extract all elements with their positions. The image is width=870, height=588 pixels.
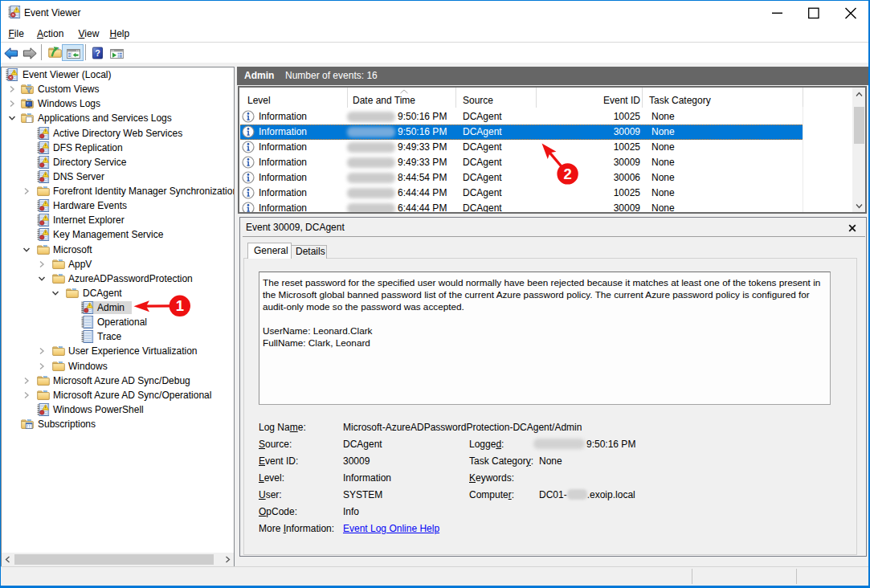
svg-text:?: ? xyxy=(95,48,100,58)
svg-text:1: 1 xyxy=(176,297,184,314)
svg-text:2: 2 xyxy=(563,165,571,182)
